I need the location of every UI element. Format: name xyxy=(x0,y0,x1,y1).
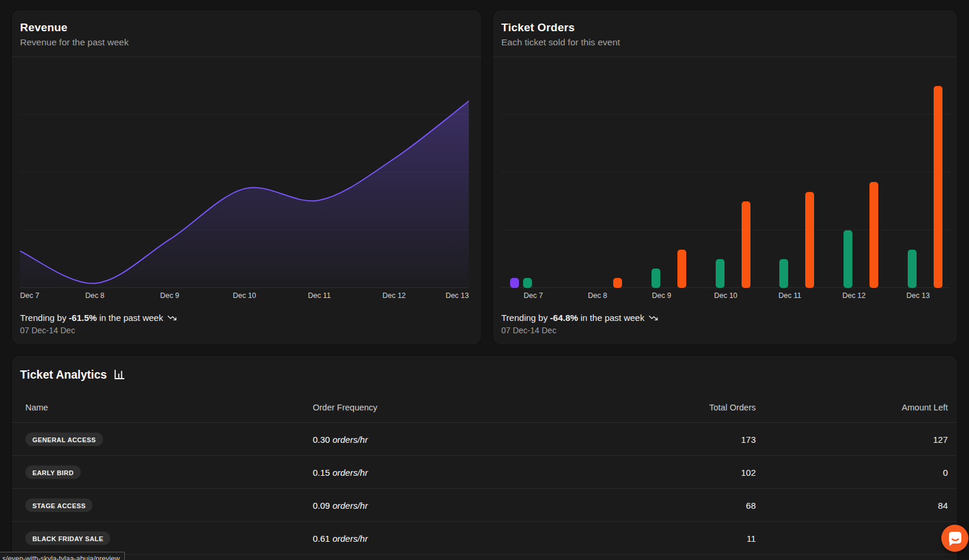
link-preview-url: s/even-with-skyla-tylaa-abuja/preview xyxy=(2,555,120,560)
bar-orange-dec-12 xyxy=(869,182,878,288)
x-axis-label: Dec 13 xyxy=(445,291,469,300)
x-axis-label: Dec 13 xyxy=(907,291,930,300)
chat-launcher-button[interactable] xyxy=(941,525,968,552)
trend-suffix: in the past week xyxy=(578,313,644,323)
ticket-analytics-header: Ticket Analytics xyxy=(20,368,125,382)
amount-left-cell: 127 xyxy=(830,434,948,444)
frequency-unit: orders/hr xyxy=(332,500,368,510)
ticket-orders-card-title: Ticket Orders xyxy=(501,21,944,34)
trend-suffix: in the past week xyxy=(97,313,163,323)
revenue-area-fill xyxy=(20,101,469,289)
trend-prefix: Trending by xyxy=(20,313,69,323)
bar-green-dec-11 xyxy=(779,259,788,288)
gridline xyxy=(501,114,950,115)
x-axis-label: Dec 9 xyxy=(652,291,672,300)
frequency-unit: orders/hr xyxy=(332,533,368,543)
bar-orange-dec-11 xyxy=(805,192,814,288)
frequency-unit: orders/hr xyxy=(332,434,368,444)
x-axis-label: Dec 10 xyxy=(233,291,256,300)
bar-orange-dec-9 xyxy=(677,250,686,288)
revenue-card-footer: Trending by -61.5% in the past week 07 D… xyxy=(20,313,456,335)
order-frequency-cell: 0.61 orders/hr xyxy=(313,533,368,543)
revenue-trend-text: Trending by -61.5% in the past week xyxy=(20,313,456,323)
table-body: GENERAL ACCESS 0.30 orders/hr 173 127 EA… xyxy=(12,423,957,555)
ticket-badge: STAGE ACCESS xyxy=(25,498,92,512)
revenue-card-title: Revenue xyxy=(20,21,468,34)
bar-orange-dec-8 xyxy=(613,278,622,288)
trending-down-icon xyxy=(649,313,658,323)
revenue-area-chart xyxy=(20,57,469,288)
x-axis-label: Dec 8 xyxy=(85,291,105,300)
x-axis-label: Dec 8 xyxy=(588,291,607,300)
table-row: BLACK FRIDAY SALE 0.61 orders/hr 11 xyxy=(12,522,957,555)
ticket-orders-card-header: Ticket Orders Each ticket sold for this … xyxy=(493,10,957,57)
total-orders-cell: 102 xyxy=(601,467,756,477)
trend-percent: -64.8% xyxy=(550,313,578,323)
amount-left-cell: 84 xyxy=(830,500,948,510)
x-axis-label: Dec 12 xyxy=(382,291,406,300)
ticket-name-cell: GENERAL ACCESS xyxy=(25,432,103,446)
ticket-orders-card-subtitle: Each ticket sold for this event xyxy=(501,37,944,48)
frequency-value: 0.30 xyxy=(313,434,330,444)
ticket-name-cell: STAGE ACCESS xyxy=(25,498,92,512)
bar-green-dec-12 xyxy=(844,230,852,288)
bar-orange-dec-10 xyxy=(742,201,750,288)
ticket-orders-card: Ticket Orders Each ticket sold for this … xyxy=(492,9,958,345)
gridline xyxy=(20,230,469,230)
total-orders-cell: 173 xyxy=(601,434,756,444)
column-header-amount-left: Amount Left xyxy=(830,403,948,412)
ticket-orders-bar-chart xyxy=(501,57,950,288)
ticket-orders-card-footer: Trending by -64.8% in the past week 07 D… xyxy=(501,313,937,335)
bar-purple-dec-7 xyxy=(510,278,519,288)
revenue-card-subtitle: Revenue for the past week xyxy=(20,37,468,48)
ticket-badge: BLACK FRIDAY SALE xyxy=(25,531,110,545)
x-axis-label: Dec 12 xyxy=(842,291,866,300)
x-axis-line xyxy=(501,287,950,288)
revenue-x-axis: Dec 7Dec 8Dec 9Dec 10Dec 11Dec 12Dec 13 xyxy=(20,291,469,303)
table-row: GENERAL ACCESS 0.30 orders/hr 173 127 xyxy=(12,423,957,456)
revenue-date-range: 07 Dec-14 Dec xyxy=(20,326,456,335)
ticket-name-cell: EARLY BIRD xyxy=(25,465,81,479)
x-axis-label: Dec 10 xyxy=(714,291,738,300)
ticket-orders-trend-text: Trending by -64.8% in the past week xyxy=(501,313,937,323)
bar-green-dec-10 xyxy=(716,259,725,288)
bar-orange-dec-13 xyxy=(934,86,942,288)
bar-chart-icon xyxy=(113,369,125,381)
ticket-analytics-title: Ticket Analytics xyxy=(20,368,107,382)
trend-prefix: Trending by xyxy=(501,313,550,323)
order-frequency-cell: 0.09 orders/hr xyxy=(313,500,368,510)
ticket-orders-x-axis: Dec 7Dec 8Dec 9Dec 10Dec 11Dec 12Dec 13 xyxy=(501,291,950,303)
gridline xyxy=(501,230,950,230)
bar-green-dec-13 xyxy=(908,250,917,288)
x-axis-label: Dec 7 xyxy=(20,291,39,300)
order-frequency-cell: 0.15 orders/hr xyxy=(313,467,368,477)
x-axis-label: Dec 11 xyxy=(308,291,331,300)
frequency-unit: orders/hr xyxy=(332,467,368,477)
ticket-name-cell: BLACK FRIDAY SALE xyxy=(25,531,110,545)
revenue-card-header: Revenue Revenue for the past week xyxy=(12,10,481,57)
bar-green-dec-7 xyxy=(523,278,532,288)
bar-green-dec-9 xyxy=(651,269,660,288)
table-row: EARLY BIRD 0.15 orders/hr 102 0 xyxy=(12,456,957,489)
trend-percent: -61.5% xyxy=(69,313,97,323)
dashboard-page: Revenue Revenue for the past week Dec 7D… xyxy=(0,0,969,560)
table-row: STAGE ACCESS 0.09 orders/hr 68 84 xyxy=(12,489,957,522)
chat-bubble-icon xyxy=(941,525,968,552)
table-header-row: Name Order Frequency Total Orders Amount… xyxy=(12,393,957,423)
gridline xyxy=(20,172,469,173)
trending-down-icon xyxy=(167,313,177,323)
ticket-analytics-card: Ticket Analytics Name Order Frequency To… xyxy=(11,355,958,560)
x-axis-label: Dec 7 xyxy=(524,291,543,300)
order-frequency-cell: 0.30 orders/hr xyxy=(313,434,368,444)
x-axis-label: Dec 9 xyxy=(160,291,180,300)
total-orders-cell: 11 xyxy=(601,533,756,543)
column-header-order-frequency: Order Frequency xyxy=(313,403,378,412)
frequency-value: 0.61 xyxy=(313,533,330,543)
amount-left-cell: 0 xyxy=(830,467,948,477)
ticket-badge: EARLY BIRD xyxy=(25,465,81,479)
column-header-name: Name xyxy=(25,403,48,412)
revenue-card: Revenue Revenue for the past week Dec 7D… xyxy=(11,9,482,345)
gridline xyxy=(20,114,469,115)
gridline xyxy=(501,172,950,173)
frequency-value: 0.09 xyxy=(313,500,330,510)
